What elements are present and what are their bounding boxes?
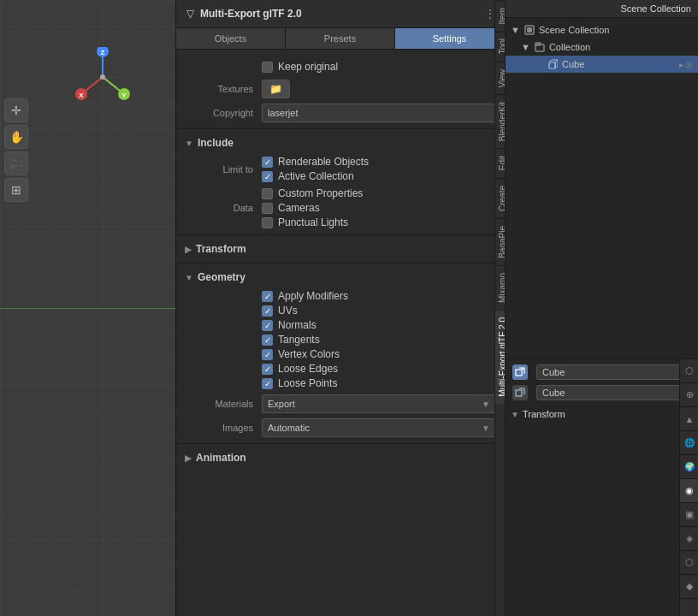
add-icon: ✛ [11, 104, 21, 117]
tangents-label: Tangents [278, 334, 320, 346]
tab-settings[interactable]: Settings [395, 28, 505, 49]
animation-label: Animation [196, 452, 246, 464]
transform-section-header[interactable]: ▶ Transform [176, 239, 505, 259]
prop-tab-world[interactable]: 🌍 [680, 455, 698, 479]
vertex-colors-checkbox[interactable]: ✓ [262, 349, 273, 360]
output-icon: ⊕ [686, 389, 694, 400]
svg-point-9 [100, 74, 105, 80]
include-section-header[interactable]: ▼ Include [176, 133, 505, 153]
grid-view-button[interactable]: ⊞ [4, 178, 28, 202]
outliner: Scene Collection ▼ Scene Collection ▼ [506, 0, 698, 359]
object-icon [512, 364, 528, 380]
keep-original-checkbox-row: Keep original [262, 61, 338, 73]
vertex-colors-label: Vertex Colors [278, 348, 340, 360]
prop-tab-modifier[interactable]: ▣ [680, 503, 698, 527]
custom-properties-row: Custom Properties [262, 187, 363, 199]
cameras-checkbox[interactable] [262, 203, 273, 214]
prop-tab-render[interactable]: ⬡ [680, 359, 698, 383]
loose-edges-label: Loose Edges [278, 363, 338, 375]
normals-label: Normals [278, 319, 316, 331]
active-collection-row: ✓ Active Collection [262, 170, 354, 182]
scene-collection-icon [524, 24, 535, 36]
prop-tab-object[interactable]: ◉ [680, 479, 698, 503]
scene-icon: 🌐 [684, 438, 695, 447]
camera-view-button[interactable]: 🎥 [4, 151, 28, 175]
loose-points-label: Loose Points [278, 377, 337, 389]
loose-edges-row: ✓ Loose Edges [262, 363, 338, 375]
renderable-objects-row: ✓ Renderable Objects [262, 156, 369, 168]
svg-text:X: X [79, 92, 84, 99]
punctual-lights-checkbox[interactable] [262, 217, 273, 228]
hand-tool-button[interactable]: ✋ [4, 125, 28, 149]
tangents-row: ✓ Tangents [262, 334, 320, 346]
divider-4 [176, 443, 505, 444]
images-dropdown[interactable]: Automatic ▼ [262, 418, 496, 437]
animation-section-header[interactable]: ▶ Animation [176, 447, 505, 468]
transform-collapse-icon: ▼ [511, 410, 519, 419]
panel-collapse-icon[interactable]: ▽ [185, 9, 195, 19]
limit-to-label: Limit to [185, 164, 262, 175]
images-row: Images Automatic ▼ [176, 416, 505, 440]
copyright-input[interactable] [262, 104, 496, 122]
axis-widget: Z Y X [73, 47, 133, 110]
cameras-label: Cameras [278, 202, 320, 214]
active-collection-checkbox[interactable]: ✓ [262, 171, 273, 182]
normals-checkbox[interactable]: ✓ [262, 320, 273, 331]
object-name-input[interactable]: Cube [536, 364, 691, 380]
tree-item-cube[interactable]: Cube ▸ ◎ [506, 56, 698, 73]
uvs-checkbox[interactable]: ✓ [262, 305, 273, 317]
materials-label: Materials [185, 399, 262, 409]
data-label: Data [185, 203, 262, 213]
prop-tab-constraint[interactable]: ◈ [680, 527, 698, 551]
tree-item-scene-collection[interactable]: ▼ Scene Collection [506, 21, 698, 38]
divider-3 [176, 263, 505, 264]
left-toolbar: ✛ ✋ 🎥 ⊞ [4, 98, 28, 202]
camera-icon: 🎥 [9, 157, 24, 170]
loose-edges-checkbox[interactable]: ✓ [262, 364, 273, 375]
cube-camera-action[interactable]: ▸ [679, 60, 683, 69]
svg-rect-14 [549, 62, 555, 68]
prop-tab-data[interactable]: ⬡ [680, 551, 698, 575]
prop-tab-output[interactable]: ⊕ [680, 383, 698, 407]
custom-properties-checkbox[interactable] [262, 188, 273, 199]
panel-content: Keep original Textures 📁 Copyright ▼ Inc [176, 50, 505, 606]
geometry-label: Geometry [198, 271, 245, 283]
geometry-arrow: ▼ [185, 273, 193, 282]
outliner-title: Scene Collection [620, 3, 691, 14]
collection-label: Collection [549, 42, 693, 52]
apply-modifiers-checkbox[interactable]: ✓ [262, 291, 273, 302]
cube-label: Cube [562, 59, 676, 69]
renderable-objects-checkbox[interactable]: ✓ [262, 157, 273, 168]
images-dropdown-arrow: ▼ [482, 424, 490, 433]
data-name-input[interactable]: Cube [536, 385, 691, 400]
transform-header[interactable]: ▼ Transform [506, 406, 698, 422]
include-arrow: ▼ [185, 139, 193, 148]
limit-to-row: Limit to ✓ Renderable Objects ✓ Active C… [176, 153, 505, 185]
world-icon: 🌍 [684, 462, 695, 471]
tangents-checkbox[interactable]: ✓ [262, 335, 273, 346]
tab-presets[interactable]: Presets [286, 28, 395, 49]
cube-eye-action[interactable]: ◎ [685, 60, 693, 69]
uvs-label: UVs [278, 305, 298, 317]
prop-tab-material[interactable]: ◆ [680, 575, 698, 599]
data-row: Data Custom Properties Cameras Punctual … [176, 185, 505, 231]
tab-objects[interactable]: Objects [176, 28, 286, 49]
uvs-row: ✓ UVs [262, 305, 298, 317]
keep-original-row: Keep original [176, 56, 505, 77]
geometry-section-header[interactable]: ▼ Geometry [176, 267, 505, 287]
object-prop-icon: ◉ [685, 485, 694, 496]
properties-panel: Cube Cube ▼ Transform [506, 359, 698, 616]
materials-dropdown[interactable]: Export ▼ [262, 394, 496, 413]
keep-original-checkbox[interactable] [262, 62, 273, 73]
view-layer-icon: ▲ [685, 414, 695, 424]
materials-dropdown-arrow: ▼ [482, 400, 490, 409]
tree-item-collection[interactable]: ▼ Collection [506, 38, 698, 56]
prop-tab-view-layer[interactable]: ▲ [680, 407, 698, 431]
prop-tab-scene[interactable]: 🌐 [680, 431, 698, 455]
hand-icon: ✋ [9, 130, 24, 144]
geometry-options-row: ✓ Apply Modifiers ✓ UVs ✓ Normals ✓ Tang… [176, 287, 505, 392]
viewport[interactable]: Z Y X ✛ ✋ 🎥 ⊞ [0, 0, 175, 616]
textures-folder-button[interactable]: 📁 [262, 80, 290, 98]
loose-points-checkbox[interactable]: ✓ [262, 378, 273, 389]
add-object-button[interactable]: ✛ [4, 98, 28, 122]
